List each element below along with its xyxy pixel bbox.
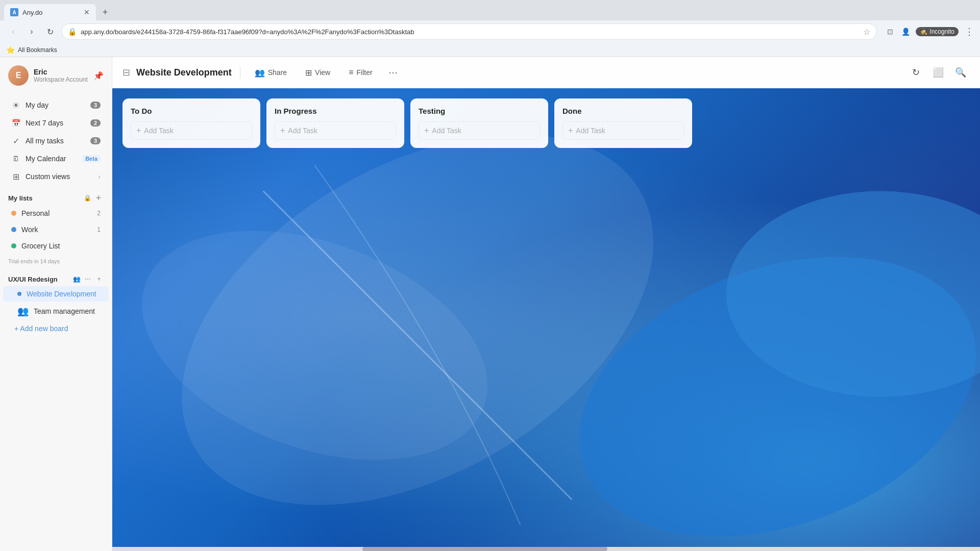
- more-menu-button[interactable]: ⋮: [964, 27, 974, 37]
- filter-button[interactable]: ≡ Filter: [342, 65, 378, 80]
- nav-section: ☀ My day 3 📅 Next 7 days 2 ✓ All my task…: [0, 94, 112, 188]
- view-button[interactable]: ⊞ View: [299, 65, 336, 81]
- url-text: app.any.do/boards/e244158a-3728-4759-86f…: [81, 28, 859, 36]
- column-title-in-progress: In Progress: [275, 107, 396, 115]
- lock-icon: 🔒: [84, 194, 91, 202]
- forward-button[interactable]: ›: [24, 24, 39, 39]
- workspace-header: UX/UI Redesign 👥 ⋯ +: [0, 270, 112, 286]
- sidebar-item-my-day[interactable]: ☀ My day 3: [3, 96, 109, 114]
- list-label-work: Work: [21, 226, 92, 234]
- nav-label-custom-views: Custom views: [26, 172, 93, 181]
- calendar2-icon: 🗓: [11, 154, 20, 163]
- trial-notice: Trial ends in 14 days: [0, 254, 112, 268]
- main-content: ⊟ Website Development 👥 Share ⊞ View ≡ F…: [112, 57, 980, 551]
- plus-icon-in-progress: +: [280, 126, 285, 135]
- view-label: View: [315, 68, 330, 77]
- header-divider: [240, 66, 240, 79]
- search-button[interactable]: 🔍: [951, 63, 970, 82]
- all-tasks-badge: 3: [90, 137, 101, 144]
- board-view-icon: ⊟: [122, 67, 130, 78]
- my-day-badge: 3: [90, 102, 101, 109]
- board-area: To Do + Add Task In Progress + Add Task: [112, 88, 980, 551]
- tab-close-button[interactable]: ✕: [84, 8, 90, 16]
- column-todo: To Do + Add Task: [122, 98, 260, 148]
- column-testing: Testing + Add Task: [410, 98, 548, 148]
- profile-icon[interactable]: 👤: [900, 27, 911, 37]
- browser-tab[interactable]: A Any.do ✕: [4, 4, 96, 20]
- filter-icon: ≡: [349, 68, 353, 77]
- team-label: Team management: [34, 307, 95, 315]
- team-item-team-mgmt[interactable]: 👥 Team management: [3, 302, 109, 320]
- layout-button[interactable]: ⬜: [929, 63, 947, 82]
- list-label-grocery: Grocery List: [21, 242, 101, 250]
- extensions-icon[interactable]: ⊡: [885, 27, 895, 37]
- add-task-done-button[interactable]: + Add Task: [562, 121, 684, 140]
- nav-label-calendar: My Calendar: [26, 155, 77, 163]
- add-board-button[interactable]: + Add new board: [0, 321, 112, 336]
- add-task-testing-button[interactable]: + Add Task: [419, 121, 540, 140]
- add-task-label-testing: Add Task: [432, 127, 461, 135]
- grocery-dot: [11, 243, 16, 248]
- column-done: Done + Add Task: [554, 98, 692, 148]
- add-workspace-item-button[interactable]: +: [94, 274, 104, 284]
- board-title: Website Development: [136, 67, 232, 78]
- plus-icon-todo: +: [136, 126, 141, 135]
- add-task-in-progress-button[interactable]: + Add Task: [275, 121, 396, 140]
- grid-icon: ⊞: [11, 172, 20, 181]
- column-title-done: Done: [562, 107, 684, 115]
- calendar-icon: 📅: [11, 118, 20, 128]
- add-task-label-done: Add Task: [576, 127, 605, 135]
- personal-count: 2: [97, 210, 101, 217]
- more-icon[interactable]: ⋯: [83, 274, 92, 284]
- sidebar-item-my-calendar[interactable]: 🗓 My Calendar Beta: [3, 150, 109, 167]
- workspace-section: UX/UI Redesign 👥 ⋯ + Website Development…: [0, 268, 112, 338]
- plus-icon-done: +: [568, 126, 573, 135]
- share-button[interactable]: 👥 Share: [249, 65, 293, 81]
- list-item-grocery[interactable]: Grocery List: [3, 238, 109, 254]
- pin-icon[interactable]: 📌: [93, 71, 104, 81]
- add-board-label: + Add new board: [14, 324, 68, 333]
- add-task-todo-button[interactable]: + Add Task: [131, 121, 252, 140]
- nav-label-all-tasks: All my tasks: [26, 137, 85, 145]
- sidebar-item-all-my-tasks[interactable]: ✓ All my tasks 3: [3, 132, 109, 149]
- column-title-testing: Testing: [419, 107, 540, 115]
- new-tab-button[interactable]: +: [98, 5, 112, 19]
- list-item-personal[interactable]: Personal 2: [3, 206, 109, 221]
- next-7-badge: 2: [90, 119, 101, 127]
- my-lists-title: My lists: [8, 194, 82, 202]
- refresh-button[interactable]: ↻: [906, 63, 925, 82]
- list-item-work[interactable]: Work 1: [3, 222, 109, 237]
- beta-badge: Beta: [82, 155, 101, 162]
- work-count: 1: [97, 226, 101, 233]
- personal-dot: [11, 211, 16, 216]
- more-options-button[interactable]: ⋯: [385, 64, 401, 81]
- address-bar[interactable]: 🔒 app.any.do/boards/e244158a-3728-4759-8…: [61, 23, 877, 40]
- plus-icon-testing: +: [424, 126, 429, 135]
- user-name: Eric: [34, 68, 88, 76]
- sidebar-item-next-7-days[interactable]: 📅 Next 7 days 2: [3, 114, 109, 132]
- sidebar: E Eric Workspace Account 📌 ☀ My day 3 📅 …: [0, 57, 112, 551]
- members-icon[interactable]: 👥: [72, 274, 81, 284]
- column-title-todo: To Do: [131, 107, 252, 115]
- incognito-badge: 🕵 Incognito: [916, 27, 959, 36]
- tab-title: Any.do: [22, 9, 80, 16]
- bookmarks-label: All Bookmarks: [18, 46, 57, 54]
- add-task-label-todo: Add Task: [144, 127, 173, 135]
- sun-icon: ☀: [11, 101, 20, 110]
- incognito-label: Incognito: [929, 28, 954, 35]
- workspace-actions: 👥 ⋯ +: [72, 274, 104, 284]
- nav-label-my-day: My day: [26, 101, 85, 109]
- sidebar-item-custom-views[interactable]: ⊞ Custom views ›: [3, 168, 109, 185]
- bookmarks-icon: ⭐: [6, 46, 15, 54]
- add-list-button[interactable]: +: [93, 193, 104, 203]
- add-task-label-in-progress: Add Task: [288, 127, 317, 135]
- share-icon: 👥: [255, 68, 265, 78]
- back-button[interactable]: ‹: [6, 24, 20, 39]
- avatar: E: [8, 65, 29, 86]
- board-item-website-dev[interactable]: Website Development: [3, 286, 109, 302]
- nav-label-next-7-days: Next 7 days: [26, 119, 85, 127]
- reload-button[interactable]: ↻: [43, 24, 57, 39]
- list-label-personal: Personal: [21, 209, 92, 217]
- filter-label: Filter: [357, 68, 373, 77]
- bookmark-icon[interactable]: ☆: [863, 27, 870, 37]
